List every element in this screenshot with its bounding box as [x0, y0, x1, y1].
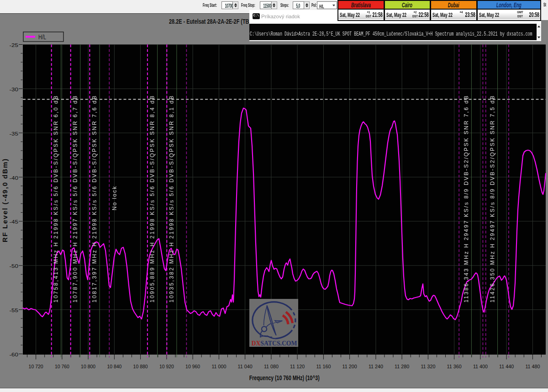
svg-text:-55: -55 — [10, 308, 19, 313]
svg-text:11 360: 11 360 — [447, 364, 462, 369]
svg-text:-25: -25 — [10, 42, 19, 48]
svg-text:-35: -35 — [10, 131, 19, 136]
svg-text:11 440: 11 440 — [499, 364, 514, 369]
svg-text:10 880: 10 880 — [133, 364, 148, 369]
svg-text:11 080: 11 080 — [264, 364, 279, 369]
svg-text:10 720: 10 720 — [29, 364, 43, 369]
svg-text:DXSATCS.COM: DXSATCS.COM — [252, 340, 297, 347]
svg-text:10 800: 10 800 — [81, 364, 95, 369]
svg-text:10905,889 MHz H 21998 KS/s 5: 10905,889 MHz H 21998 KS/s 5/6 DVB-S/QPS… — [149, 95, 155, 303]
svg-text:11 120: 11 120 — [290, 364, 305, 369]
svg-text:11 480: 11 480 — [525, 364, 540, 369]
svg-text:10 920: 10 920 — [159, 364, 174, 369]
svg-text:11 040: 11 040 — [238, 364, 253, 369]
svg-text:11386,343 MHz H 29497 KS/s 8: 11386,343 MHz H 29497 KS/s 8/9 DVB-S2/QP… — [463, 95, 469, 303]
svg-text:11 000: 11 000 — [211, 364, 226, 369]
svg-text:H/L: H/L — [38, 33, 46, 41]
svg-text:10787,900 MHz H 21997 KS/s 5: 10787,900 MHz H 21997 KS/s 5/6 DVB-S/QPS… — [72, 95, 79, 303]
svg-text:11 320: 11 320 — [421, 364, 435, 369]
svg-text:RF Level (-49,0 dBm): RF Level (-49,0 dBm) — [1, 159, 9, 242]
svg-text:10 840: 10 840 — [107, 364, 121, 369]
svg-text:Frequency (10 760 MHz) (10^3): Frequency (10 760 MHz) (10^3) — [249, 374, 320, 382]
svg-text:11 240: 11 240 — [369, 364, 383, 369]
svg-text:No lock: No lock — [111, 185, 118, 210]
svg-text:-40: -40 — [10, 175, 19, 181]
svg-text:11426,350 MHz H 29497 KS/s 8: 11426,350 MHz H 29497 KS/s 8/9 DVB-S2/QP… — [489, 95, 495, 303]
svg-text:-45: -45 — [10, 219, 19, 225]
svg-text:11 280: 11 280 — [395, 364, 409, 369]
svg-text:10 960: 10 960 — [185, 364, 200, 369]
svg-text:11 160: 11 160 — [316, 364, 331, 369]
svg-text:-60: -60 — [10, 352, 19, 357]
svg-text:-30: -30 — [10, 87, 19, 92]
svg-text:10 760: 10 760 — [55, 364, 69, 369]
svg-text:-50: -50 — [10, 263, 19, 269]
svg-text:10935,382 MHz H 21998 KS/s 5: 10935,382 MHz H 21998 KS/s 5/6 DVB-S/QPS… — [169, 95, 175, 303]
svg-text:10758,413 MHz H 21998 KS/s 5: 10758,413 MHz H 21998 KS/s 5/6 DVB-S/QPS… — [53, 95, 59, 303]
svg-text:11 200: 11 200 — [342, 364, 357, 369]
svg-text:10817,397 MHz H 21998 KS/s 5: 10817,397 MHz H 21998 KS/s 5/6 DVB-S/QPS… — [91, 95, 98, 303]
svg-text:11 400: 11 400 — [473, 364, 488, 369]
